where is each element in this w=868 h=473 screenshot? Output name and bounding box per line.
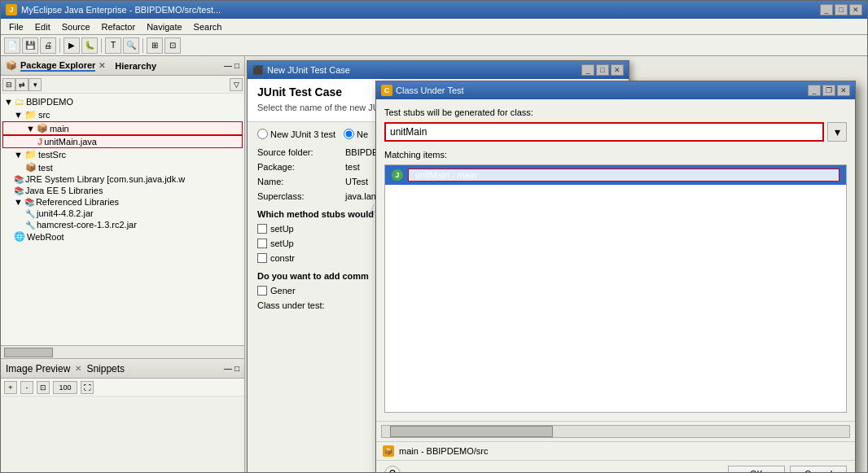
search-button[interactable]: 🔍 [123,37,139,54]
perspective2-button[interactable]: ⊡ [164,37,181,54]
cut-dropdown-button[interactable]: ▾ [827,122,847,142]
checkbox-generate-label: Gener [270,286,296,296]
menu-refactor[interactable]: Refactor [97,21,141,33]
package-explorer-tab[interactable]: Package Explorer [20,60,95,72]
save-button[interactable]: 💾 [22,37,38,54]
close-button[interactable]: ✕ [849,4,862,15]
bottom-panel-header: Image Preview ✕ Snippets — □ [1,359,244,379]
cut-minimize-button[interactable]: _ [808,85,821,96]
bottom-panel-tabs: Image Preview ✕ Snippets [6,363,125,374]
snippets-tab[interactable]: Snippets [86,363,125,374]
lib-icon: 📚 [24,198,34,207]
matching-item-label-0: unitMain - main [408,169,840,182]
run-button[interactable]: ▶ [64,37,80,54]
hierarchy-tab[interactable]: Hierarchy [115,61,156,71]
debug-button[interactable]: 🐛 [81,37,98,54]
tree-item-javaee[interactable]: 📚 Java EE 5 Libraries [2,185,243,196]
maximize-button[interactable]: □ [835,4,848,15]
open-type-button[interactable]: T [105,37,121,54]
package-icon: 📦 [25,162,37,173]
menu-source[interactable]: Source [57,21,95,33]
package-tree: ▼ 🗂 BBIPDEMO ▼ 📁 src ▼ 📦 main [1,94,244,345]
tree-label-javaee: Java EE 5 Libraries [25,186,103,195]
tree-item-test[interactable]: 📦 test [2,161,243,173]
matching-list: J unitMain - main [384,164,847,413]
radio-junit3[interactable]: New JUnit 3 test [257,129,335,139]
minimize-panel-button[interactable]: — [224,61,232,70]
cut-ok-button[interactable]: OK [728,466,785,472]
radio-junit4-input[interactable] [344,129,354,139]
menu-search[interactable]: Search [189,21,227,33]
tree-item-src[interactable]: ▼ 📁 src [2,108,243,121]
checkbox-generate-box[interactable] [257,286,267,296]
cut-dialog-title-bar: C Class Under Test _ ❐ ✕ [376,81,855,99]
tree-item-junit-jar[interactable]: 🔧 junit4-4.8.2.jar [2,208,243,219]
project-icon: 🗂 [15,96,24,107]
menu-file[interactable]: File [4,21,28,33]
zoom-100-button[interactable]: 100 [53,381,77,394]
cut-cancel-button[interactable]: Cancel [790,466,847,472]
cut-input-field[interactable] [384,122,824,142]
radio-junit4[interactable]: Ne [344,129,368,139]
menu-navigate[interactable]: Navigate [142,21,186,33]
expand-all-button[interactable]: ▽ [230,78,243,91]
cut-status-bar: 📦 main - BBIPDEMO/src [376,441,855,460]
matching-item-0[interactable]: J unitMain - main [385,165,846,185]
minimize-button[interactable]: _ [820,4,833,15]
zoom-fit-button[interactable]: ⊡ [37,381,50,394]
new-button[interactable]: 📄 [4,37,20,54]
perspective-button[interactable]: ⊞ [147,37,163,54]
tree-item-testsrc[interactable]: ▼ 📁 testSrc [2,148,243,161]
bottom-max-button[interactable]: □ [235,364,239,373]
radio-junit4-label: Ne [357,129,368,139]
junit-minimize-button[interactable]: _ [581,64,594,76]
bottom-panel-controls: — □ [224,364,239,373]
checkbox-setup1-box[interactable] [257,224,267,234]
cut-hscrollbar[interactable] [381,425,850,438]
tree-label-jre: JRE System Library [com.sun.java.jdk.w [25,174,185,184]
tree-item-unitmain[interactable]: J unitMain.java [2,135,243,148]
cut-close-button[interactable]: ✕ [837,85,850,96]
image-preview-tab[interactable]: Image Preview [6,363,70,374]
explorer-menu-button[interactable]: ▾ [28,78,42,91]
tree-label-main: main [50,124,69,134]
link-editor-button[interactable]: ⇄ [15,78,28,91]
print-button[interactable]: 🖨 [40,37,56,54]
right-area: ⬛ New JUnit Test Case _ □ ✕ JUnit Test C… [245,56,867,472]
cut-dialog-icon: C [381,85,392,96]
checkbox-constr-box[interactable] [257,253,267,263]
radio-junit3-input[interactable] [257,129,268,139]
folder-icon: 📁 [24,109,37,120]
lib-icon: 📚 [14,186,24,195]
menu-edit[interactable]: Edit [30,21,55,33]
package-explorer-close[interactable]: ✕ [99,61,105,70]
tree-item-webroot[interactable]: 🌐 WebRoot [2,230,243,243]
expand-icon: ▼ [14,150,23,160]
java-icon: J [37,137,42,147]
expand-icon: ▼ [4,97,13,107]
tree-item-jre[interactable]: 📚 JRE System Library [com.sun.java.jdk.w [2,173,243,185]
tree-item-bbipdemo[interactable]: ▼ 🗂 BBIPDEMO [2,95,243,108]
cut-help-button[interactable]: ? [384,466,401,472]
zoom-in-button[interactable]: + [4,381,17,394]
checkbox-setup2-label: setUp [270,239,294,248]
main-content: 📦 Package Explorer ✕ Hierarchy — □ ⊟ ⇄ ▾… [1,56,867,472]
zoom-fullscreen-button[interactable]: ⛶ [81,381,94,394]
maximize-panel-button[interactable]: □ [235,61,239,70]
toolbar-sep2 [101,38,102,53]
zoom-out-button[interactable]: - [20,381,33,394]
tree-item-main[interactable]: ▼ 📦 main [2,121,243,135]
junit-maximize-button[interactable]: □ [596,64,609,76]
bottom-min-button[interactable]: — [224,364,232,373]
cut-restore-button[interactable]: ❐ [822,85,835,96]
image-preview-close[interactable]: ✕ [75,364,81,373]
main-toolbar: 📄 💾 🖨 ▶ 🐛 T 🔍 ⊞ ⊡ [1,35,867,56]
tree-scrollbar[interactable] [1,345,244,358]
collapse-all-button[interactable]: ⊟ [2,78,15,91]
tree-item-hamcrest-jar[interactable]: 🔧 hamcrest-core-1.3.rc2.jar [2,219,243,230]
checkbox-setup2-box[interactable] [257,239,267,248]
matching-items-label: Matching items: [384,150,847,160]
junit-close-button[interactable]: ✕ [611,64,624,76]
junit-dialog-title-left: ⬛ New JUnit Test Case [252,65,350,76]
tree-item-reflibs[interactable]: ▼ 📚 Referenced Libraries [2,196,243,208]
